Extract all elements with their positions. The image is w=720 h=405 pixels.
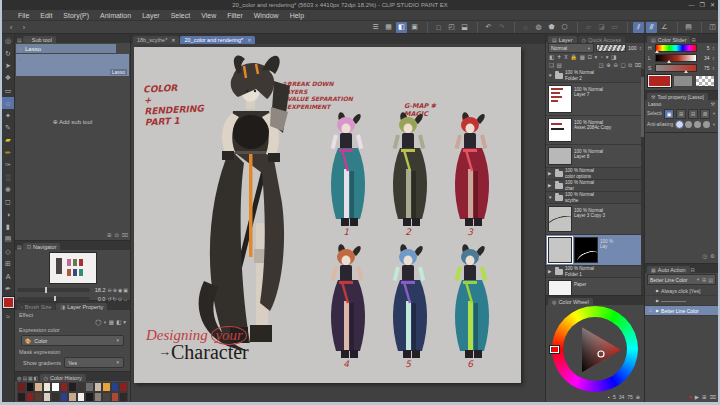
tool-pen[interactable]: ✎ [2, 122, 14, 134]
title-bar[interactable]: 20_color and rendering* (5603 x 4410px 7… [2, 0, 718, 10]
chevron-down-icon[interactable]: ▼ [712, 122, 716, 127]
history-clock-icon[interactable]: ◷ [702, 253, 707, 259]
tool-move-layer[interactable]: ❖ [2, 72, 14, 84]
tab-navigator[interactable]: ⊡ Navigator [23, 243, 61, 250]
color-profile-icon[interactable]: ◧ [396, 22, 407, 33]
layer-row-folder-2[interactable]: ▼100 % Normal Folder 2 [546, 69, 642, 83]
aa-weak-icon[interactable] [685, 121, 692, 128]
reselect-icon[interactable]: ◍ [533, 22, 544, 33]
foreground-color-swatch[interactable] [3, 297, 14, 308]
tool-pencil[interactable]: ✏ [2, 147, 14, 159]
zoom-slider[interactable] [17, 288, 90, 292]
sv-triangle[interactable] [563, 318, 627, 382]
new-file-icon[interactable]: □ [433, 22, 444, 33]
history-swatch-0-6[interactable] [68, 382, 77, 392]
menu-item-filter[interactable]: Filter [227, 12, 243, 19]
open-file-icon[interactable]: ◰ [446, 22, 457, 33]
tool-object[interactable]: ➤ [2, 60, 14, 72]
color-set-tab-icon[interactable]: ▦ [28, 375, 33, 381]
color-wheel[interactable] [551, 306, 639, 392]
history-swatch-0-7[interactable] [77, 382, 86, 392]
history-swatch-0-1[interactable] [26, 382, 35, 392]
history-swatch-0-3[interactable] [43, 382, 52, 392]
layer-action-icon-2[interactable]: ◳ [599, 62, 604, 68]
blend-mode-select[interactable]: Normal ▼ [548, 43, 594, 53]
actual-size-icon[interactable]: ▣ [123, 287, 128, 293]
nav-back-icon[interactable]: ‹ [6, 22, 17, 33]
tool-brush[interactable]: ✑ [2, 159, 14, 171]
tool-decoration[interactable]: ❋ [2, 184, 14, 196]
sub-tool-card-lasso[interactable]: ◌ Lasso [16, 54, 129, 76]
expand-icon[interactable]: ⊕ [636, 394, 640, 400]
layer-ctrl-icon-5[interactable]: ⊡ [587, 54, 592, 60]
layer-thumbnail[interactable] [548, 206, 572, 232]
duplicate-subtool-icon[interactable]: ⧉ [115, 232, 119, 239]
layer-thumbnail[interactable] [548, 85, 572, 113]
history-swatch-1-12[interactable] [119, 392, 128, 402]
grid-a-icon[interactable]: ▱ [583, 22, 594, 33]
menu-item-storyp[interactable]: Story(P) [63, 12, 89, 19]
gear-icon[interactable]: ⚙ [710, 253, 715, 259]
tool-airbrush[interactable]: ░ [2, 171, 14, 183]
tab-layer[interactable]: ▤ Layer [548, 36, 577, 43]
layer-row-asset-2084c-copy[interactable]: 100 % Normal Asset 2084c Copy [546, 116, 642, 145]
document-tab[interactable]: 20_color and rendering*✕ [180, 36, 255, 44]
layer-row-layer-7[interactable]: 100 % Normal Layer 7 [546, 83, 642, 116]
screen-preview-icon[interactable]: ▣ [409, 22, 420, 33]
tool-blend[interactable]: ◑ [2, 208, 14, 220]
layer-row-paper[interactable]: Paper [546, 278, 642, 295]
selection-multiply-icon[interactable]: ⊠ [700, 109, 710, 119]
hue-marker[interactable] [550, 346, 559, 353]
auto-action-item-2[interactable]: ☑▶Better Line Color [645, 306, 718, 316]
layer-row-layer-3-copy-3[interactable]: 100 % Normal Layer 3 Copy 3 [546, 204, 642, 235]
aa-none-icon[interactable] [676, 121, 683, 128]
set-menu-icon[interactable]: ▤ [708, 277, 713, 283]
layer-action-icon-4[interactable]: ⊖ [613, 62, 618, 68]
history-swatch-1-6[interactable] [68, 392, 77, 402]
layer-action-icon-6[interactable]: ⧉ [628, 62, 632, 69]
nav-forward-icon[interactable]: › [19, 22, 30, 33]
chevron-down-icon[interactable]: ▼ [712, 111, 716, 116]
history-swatch-1-7[interactable] [77, 392, 86, 402]
chevron-down-icon[interactable]: ▼ [548, 73, 553, 78]
layer-ctrl-icon-7[interactable]: ◔ [600, 54, 603, 60]
tab-sub-tool[interactable]: ◌ Sub tool [23, 36, 56, 43]
effect-more-icon[interactable]: ▾ [123, 319, 126, 325]
history-swatch-1-1[interactable] [26, 392, 35, 402]
layer-thumbnail[interactable] [548, 118, 572, 142]
history-swatch-0-10[interactable] [102, 382, 111, 392]
tool-marquee[interactable]: ▭ [2, 85, 14, 97]
tool-eraser[interactable]: ◻ [2, 196, 14, 208]
history-swatch-1-11[interactable] [111, 392, 120, 402]
panel-menu-icon[interactable]: ▤ [17, 244, 22, 250]
undo-icon[interactable]: ↶ [483, 22, 494, 33]
history-swatch-0-8[interactable] [85, 382, 94, 392]
add-sub-tool-button[interactable]: ⊕ Add sub tool [15, 118, 130, 125]
layer-action-icon-1[interactable]: ▤ [556, 62, 561, 68]
sub-color-swatch[interactable] [673, 75, 693, 87]
chevron-right-icon[interactable]: ▶ [548, 183, 553, 188]
sub-tool-item-lasso[interactable]: ◌ Lasso [16, 44, 116, 53]
tool-rotate[interactable]: ↻ [2, 47, 14, 59]
layer-ctrl-icon-1[interactable]: ✝ [557, 54, 562, 60]
history-swatch-1-2[interactable] [34, 392, 43, 402]
chevron-right-icon[interactable]: ▶ [656, 298, 659, 303]
border-effect-icon[interactable]: ◯ [95, 319, 101, 325]
extract-line-icon[interactable]: ▦ [109, 319, 114, 325]
color-slider-tab-icon[interactable]: ▤ [22, 375, 27, 381]
layer-thumbnail[interactable] [548, 237, 572, 263]
add-set-icon[interactable]: ⊞ [702, 277, 706, 283]
tool-gradient[interactable]: ▤ [2, 233, 14, 245]
tool-eyedropper[interactable]: ✒ [2, 283, 14, 295]
fill-icon[interactable]: ⬟ [546, 22, 557, 33]
menu-item-view[interactable]: View [201, 12, 216, 19]
auto-action-item-1[interactable]: ▶————— [645, 296, 718, 306]
minimize-button[interactable]: — [689, 0, 695, 10]
snap-special-icon[interactable]: ⫻ [646, 22, 657, 33]
tool-text[interactable]: A [2, 270, 14, 282]
tool-frame[interactable]: ⊞ [2, 258, 14, 270]
history-swatch-1-3[interactable] [43, 392, 52, 402]
opacity-slider[interactable] [596, 44, 626, 52]
layer-ctrl-icon-3[interactable]: 🔒 [570, 54, 577, 60]
chevron-right-icon[interactable]: ▶ [656, 288, 659, 293]
